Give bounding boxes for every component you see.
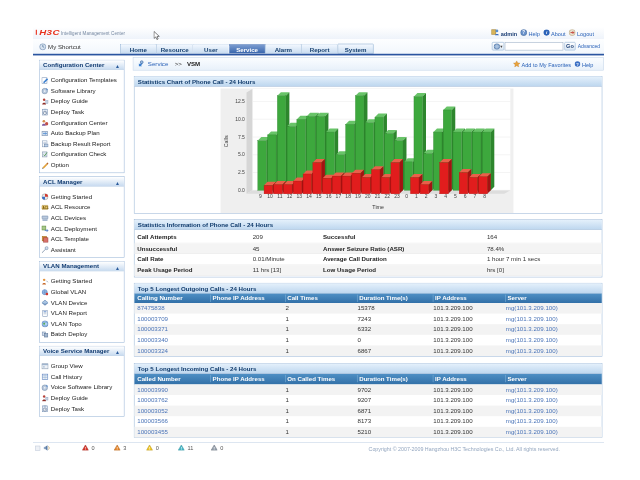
svg-text:16: 16 <box>326 193 332 199</box>
svg-text:?: ? <box>576 62 579 67</box>
svg-text:13: 13 <box>297 193 303 199</box>
svg-text:0.0: 0.0 <box>238 187 245 193</box>
svg-text:23: 23 <box>394 193 400 199</box>
svg-text:2.5: 2.5 <box>238 169 245 175</box>
svg-text:!: ! <box>117 446 118 451</box>
svg-text:10: 10 <box>267 193 273 199</box>
svg-text:4: 4 <box>444 193 447 199</box>
svg-text:18: 18 <box>345 193 351 199</box>
svg-text:6: 6 <box>464 193 467 199</box>
svg-text:3: 3 <box>435 193 438 199</box>
svg-text:7: 7 <box>474 193 477 199</box>
svg-text:20: 20 <box>365 193 371 199</box>
svg-text:19: 19 <box>355 193 361 199</box>
svg-text:17: 17 <box>336 193 342 199</box>
svg-text:9: 9 <box>259 193 262 199</box>
svg-text:5: 5 <box>454 193 457 199</box>
svg-text:22: 22 <box>384 193 390 199</box>
svg-text:21: 21 <box>375 193 381 199</box>
svg-text:Time: Time <box>372 204 384 210</box>
svg-text:5.0: 5.0 <box>238 151 245 157</box>
svg-text:Calls: Calls <box>223 135 229 147</box>
svg-text:15: 15 <box>316 193 322 199</box>
svg-text:14: 14 <box>306 193 312 199</box>
svg-text:12: 12 <box>287 193 293 199</box>
svg-text:8: 8 <box>483 193 486 199</box>
svg-text:ACL: ACL <box>43 206 49 210</box>
svg-text:2: 2 <box>425 193 428 199</box>
svg-text:10.0: 10.0 <box>235 116 245 122</box>
svg-text:11: 11 <box>277 193 282 199</box>
svg-text:12.5: 12.5 <box>235 98 245 104</box>
svg-text:0: 0 <box>405 193 408 199</box>
svg-text:1: 1 <box>415 193 418 199</box>
svg-text:!: ! <box>85 446 86 451</box>
svg-text:!: ! <box>149 446 150 451</box>
svg-text:7.5: 7.5 <box>238 134 245 140</box>
svg-text:!: ! <box>181 446 182 451</box>
svg-text:!: ! <box>214 446 215 451</box>
svg-text:?: ? <box>522 30 525 35</box>
